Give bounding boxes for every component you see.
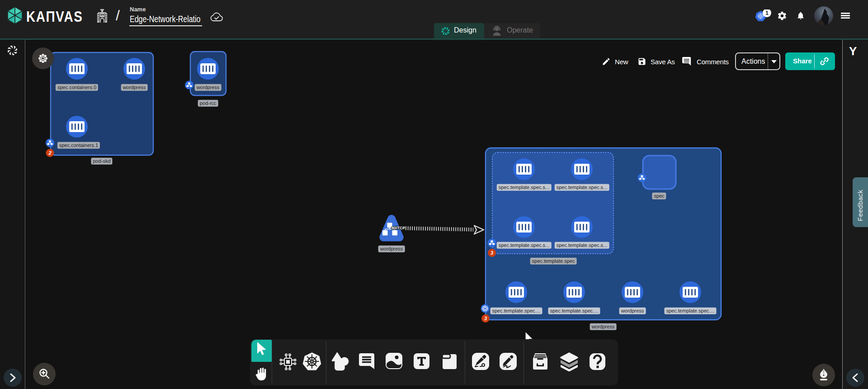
svg-text:2: 2	[48, 150, 51, 156]
svg-text:80/TCP: 80/TCP	[392, 226, 406, 230]
svg-text:3: 3	[484, 316, 487, 321]
svg-text:3: 3	[491, 250, 493, 256]
